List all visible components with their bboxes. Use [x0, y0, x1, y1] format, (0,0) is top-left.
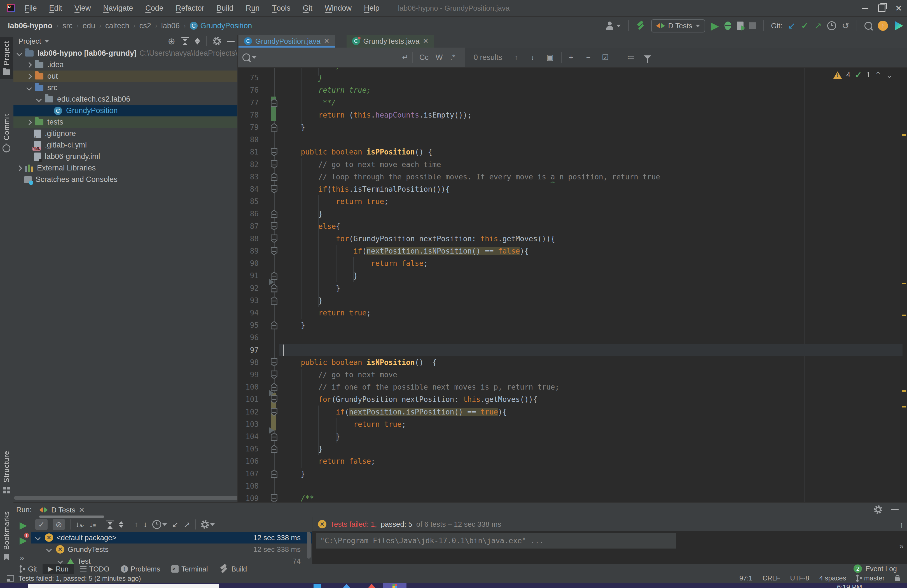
line-number[interactable]: 95: [238, 321, 259, 329]
code-line[interactable]: 100 // if one of the possible next moves…: [238, 381, 907, 393]
error-stripe-mark[interactable]: [902, 135, 906, 136]
project-tree-row[interactable]: tests: [13, 117, 238, 128]
line-number[interactable]: 108: [238, 482, 259, 490]
fold-marker-icon[interactable]: [271, 99, 278, 107]
fold-marker-icon[interactable]: [271, 123, 278, 131]
rollback-icon[interactable]: ↺: [842, 21, 849, 30]
project-tree-row[interactable]: lab06-grundy.iml: [13, 151, 238, 162]
line-number[interactable]: 82: [238, 160, 259, 169]
project-tree-row[interactable]: External Libraries: [13, 162, 238, 174]
menu-refactor[interactable]: Refactor: [170, 0, 210, 16]
fold-marker-icon[interactable]: [271, 370, 278, 379]
code-line[interactable]: 88 for(GrundyPosition nextPosition: this…: [238, 232, 907, 245]
console-line[interactable]: "C:\Program Files\Java\jdk-17.0.1\bin\ja…: [316, 533, 676, 548]
fold-marker-icon[interactable]: [271, 148, 278, 156]
line-number[interactable]: 90: [238, 259, 259, 268]
code-line[interactable]: 97: [238, 344, 907, 356]
scroll-up-icon[interactable]: ↑: [899, 520, 904, 530]
code-line[interactable]: 106 return false;: [238, 455, 907, 467]
project-tree-row[interactable]: ⊘.gitignore: [13, 128, 238, 139]
collapse-all-icon[interactable]: [195, 38, 200, 45]
error-stripe-mark[interactable]: [902, 390, 906, 392]
next-occurrence-icon[interactable]: ↓: [531, 48, 535, 67]
code-line[interactable]: 74 }: [238, 68, 907, 72]
fold-marker-icon[interactable]: [271, 173, 278, 181]
menu-navigate[interactable]: Navigate: [97, 0, 139, 16]
line-number[interactable]: 86: [238, 210, 259, 218]
run-config-selector[interactable]: D Tests: [651, 19, 705, 32]
code-line[interactable]: 101 for(GrundyPosition nextPosition: thi…: [238, 393, 907, 405]
prev-occurrence-icon[interactable]: ↑: [514, 48, 518, 67]
filter-lines-icon[interactable]: ≔: [627, 48, 635, 67]
code-line[interactable]: 104 }: [238, 431, 907, 443]
settings-gear-icon[interactable]: [213, 37, 221, 45]
git-commit-icon[interactable]: ✓: [801, 21, 809, 30]
profile-icon[interactable]: [605, 21, 621, 30]
open-in-find-window-icon[interactable]: ▣: [546, 48, 554, 67]
code-line[interactable]: 86 }: [238, 208, 907, 220]
maximize-button[interactable]: [873, 0, 890, 16]
inspections-widget[interactable]: 4 ✓ 1 ⌃ ⌃: [833, 70, 893, 80]
run-settings-gear-icon[interactable]: [874, 505, 882, 514]
line-number[interactable]: 99: [238, 370, 259, 379]
search-everywhere-icon[interactable]: [864, 22, 872, 30]
breadcrumb-class[interactable]: GrundyPosition: [200, 22, 252, 30]
project-tree-row[interactable]: CGrundyPosition: [13, 105, 238, 117]
line-number[interactable]: 79: [238, 123, 259, 131]
close-icon[interactable]: ✕: [423, 37, 428, 45]
sort-alphabetically-icon[interactable]: ↓az: [75, 520, 84, 529]
line-number[interactable]: 81: [238, 148, 259, 156]
line-number[interactable]: 92: [238, 284, 259, 292]
tab-grundytests-java[interactable]: CGrundyTests.java✕: [346, 35, 434, 48]
breadcrumb-item[interactable]: src: [62, 22, 72, 30]
menu-help[interactable]: Help: [358, 0, 386, 16]
close-icon[interactable]: ✕: [324, 37, 330, 45]
tab-grundyposition-java[interactable]: CGrundyPosition.java✕: [239, 35, 335, 48]
project-tree-row[interactable]: src: [13, 82, 238, 93]
code-line[interactable]: 105 }: [238, 443, 907, 455]
taskbar-search-box[interactable]: [28, 584, 219, 588]
toolwindow-button-problems[interactable]: !Problems: [115, 564, 166, 574]
stop-button[interactable]: [749, 22, 756, 29]
code-line[interactable]: 109 /**: [238, 492, 907, 502]
rerun-button[interactable]: ▶: [19, 519, 27, 530]
fold-marker-icon[interactable]: [271, 160, 278, 169]
menu-view[interactable]: View: [68, 0, 97, 16]
hide-run-panel-icon[interactable]: [891, 509, 899, 510]
code-line[interactable]: 98 public boolean isNPosition() {: [238, 356, 907, 369]
code-line[interactable]: 95 }: [238, 319, 907, 332]
code-line[interactable]: 107 }: [238, 468, 907, 480]
code-line[interactable]: 80: [238, 133, 907, 146]
line-number[interactable]: 89: [238, 247, 259, 255]
menu-tools[interactable]: Tools: [266, 0, 296, 16]
console-more-icon[interactable]: »: [899, 542, 904, 551]
expand-all-icon[interactable]: [106, 521, 114, 529]
run-options-gear-icon[interactable]: [201, 520, 215, 529]
event-log-button[interactable]: 2 Event Log: [854, 564, 897, 574]
code-line[interactable]: 75 }: [238, 72, 907, 84]
line-number[interactable]: 87: [238, 222, 259, 231]
test-tree-scrollbar[interactable]: [307, 532, 311, 559]
toolwindow-button-run[interactable]: ▶Run: [43, 564, 74, 574]
line-number[interactable]: 107: [238, 469, 259, 478]
code-line[interactable]: 92 }: [238, 282, 907, 295]
stripe-bookmarks-tab[interactable]: Bookmarks: [0, 507, 13, 564]
fold-marker-icon[interactable]: [271, 494, 278, 502]
chevron-right-icon[interactable]: [16, 165, 22, 171]
line-number[interactable]: 105: [238, 445, 259, 453]
minimize-button[interactable]: [857, 0, 873, 16]
menu-run[interactable]: Run: [240, 0, 266, 16]
fold-marker-icon[interactable]: [271, 247, 278, 255]
line-number[interactable]: 83: [238, 173, 259, 181]
update-available-icon[interactable]: ↑: [878, 21, 888, 31]
test-tree-row[interactable]: ✕GrundyTests12 sec 338 ms: [31, 543, 312, 555]
chevron-down-icon[interactable]: [36, 96, 42, 102]
code-line[interactable]: 78 return (this.heapCounts.isEmpty());: [238, 109, 907, 121]
words-toggle[interactable]: W: [436, 48, 442, 67]
code-line[interactable]: 81 public boolean isPPosition() {: [238, 146, 907, 158]
fold-marker-icon[interactable]: [271, 296, 278, 305]
line-number[interactable]: 97: [238, 346, 259, 354]
menu-code[interactable]: Code: [139, 0, 170, 16]
match-case-toggle[interactable]: Cc: [419, 48, 429, 67]
error-stripe-mark[interactable]: [902, 406, 906, 407]
